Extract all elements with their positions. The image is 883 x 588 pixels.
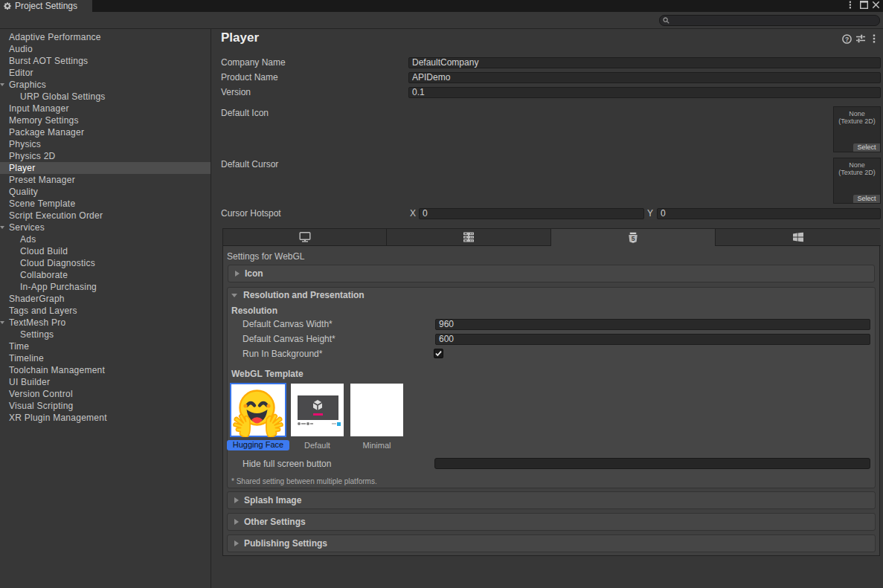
svg-text:?: ? xyxy=(845,36,849,43)
